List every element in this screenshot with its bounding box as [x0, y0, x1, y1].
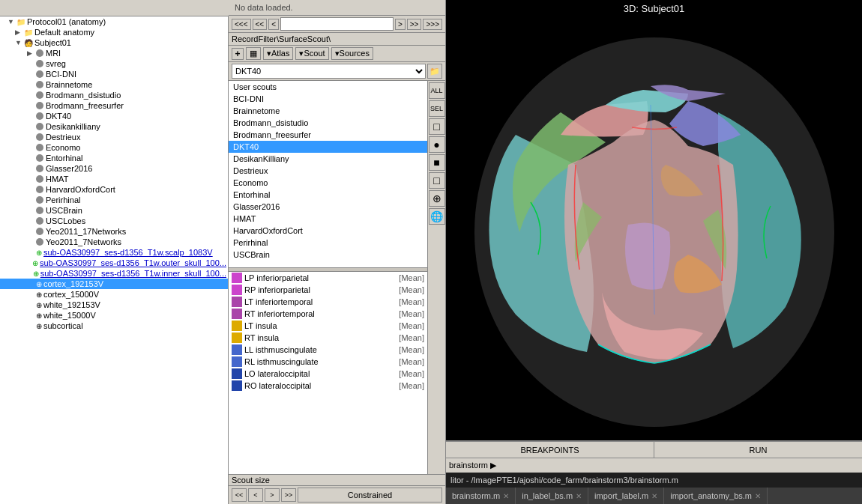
page-btn-last[interactable]: >>: [281, 488, 296, 502]
side-btn-dot[interactable]: ●: [429, 136, 445, 153]
tab-brainstorm[interactable]: brainstorm.m ✕: [446, 488, 516, 504]
atlas-item-brodmann-fs[interactable]: Brodmann_freesurfer: [229, 129, 427, 141]
tab-import-label[interactable]: import_label.m ✕: [588, 488, 664, 504]
tree-item-default-anatomy[interactable]: ▶ 📁 Default anatomy: [0, 27, 228, 37]
region-item-rt-inf[interactable]: RT inferiortemporal [Mean]: [229, 308, 427, 320]
page-btn-next[interactable]: >: [265, 488, 280, 502]
side-btn-globe[interactable]: 🌐: [429, 208, 445, 225]
atlas-item-desikan[interactable]: DesikanKilliany: [229, 153, 427, 165]
tab-import-anatomy[interactable]: import_anatomy_bs.m ✕: [664, 488, 768, 504]
region-item-ll-isth[interactable]: LL isthmuscingulate [Mean]: [229, 344, 427, 356]
side-btn-crosshair[interactable]: ⊕: [429, 190, 445, 207]
region-item-rt-ins[interactable]: RT insula [Mean]: [229, 332, 427, 344]
tree-item-svreg[interactable]: svreg: [0, 58, 228, 69]
tree-item-destrieux[interactable]: Destrieux: [0, 132, 228, 142]
subject-icon: 🧑: [24, 39, 33, 47]
tree-item-dkt40[interactable]: DKT40: [0, 111, 228, 121]
tab-close-import-label[interactable]: ✕: [651, 492, 657, 500]
page-btn-first[interactable]: <<: [232, 488, 247, 502]
filter-scout-btn[interactable]: ▾Scout: [295, 47, 328, 60]
tree-item-sub2[interactable]: ⊕ sub-OAS30997_ses-d1356_T1w.outer_skull…: [0, 258, 228, 268]
tree-item-perirhinal[interactable]: Perirhinal: [0, 195, 228, 205]
tree-item-brodmann-dsi[interactable]: Brodmann_dsistudio: [0, 90, 228, 100]
atlas-item-perirhinal[interactable]: Perirhinal: [229, 237, 427, 249]
atlas-item-user-scouts[interactable]: User scouts: [229, 81, 427, 93]
tree-item-white1[interactable]: ⊕ white_192153V: [0, 300, 228, 310]
region-item-rp-inf[interactable]: RP inferiorparietal [Mean]: [229, 284, 427, 296]
tree-item-white2[interactable]: ⊕ white_15000V: [0, 310, 228, 321]
side-btn-square3[interactable]: □: [429, 172, 445, 189]
tree-item-sub3[interactable]: ⊕ sub-OAS30997_ses-d1356_T1w.inner_skull…: [0, 268, 228, 279]
tree-item-glasser[interactable]: Glasser2016: [0, 163, 228, 174]
filter-add-button[interactable]: +: [232, 48, 244, 60]
nav-first[interactable]: <<<: [232, 19, 251, 30]
item-icon: [36, 60, 43, 67]
run-label[interactable]: RUN: [654, 442, 862, 458]
tree-item-brainnetome[interactable]: Brainnetome: [0, 79, 228, 90]
atlas-item-bci-dni[interactable]: BCI-DNI: [229, 93, 427, 105]
tree-item-cortex1[interactable]: ⊕ cortex_192153V: [0, 279, 228, 289]
atlas-item-brodmann-dsi[interactable]: Brodmann_dsistudio: [229, 117, 427, 129]
tree-item-usclobes[interactable]: USCLobes: [0, 216, 228, 226]
tree-item-yeo17[interactable]: Yeo2011_17Networks: [0, 226, 228, 237]
tree-item-harvard[interactable]: HarvardOxfordCort: [0, 184, 228, 195]
nav-last[interactable]: >>>: [423, 19, 442, 30]
region-item-rl-isth[interactable]: RL isthmuscingulate [Mean]: [229, 356, 427, 368]
tree-item-yeo7[interactable]: Yeo2011_7Networks: [0, 237, 228, 247]
atlas-item-uscbrain[interactable]: USCBrain: [229, 249, 427, 261]
atlas-item-destrieux[interactable]: Destrieux: [229, 165, 427, 177]
breakpoints-label[interactable]: BREAKPOINTS: [446, 442, 654, 458]
side-btn-all[interactable]: ALL: [429, 82, 445, 99]
tree-item-subcortical[interactable]: ⊕ subcortical: [0, 321, 228, 331]
scout-select[interactable]: DKT40: [232, 64, 426, 79]
tree-item-protocol01[interactable]: ▼ 📁 Protocol01 (anatomy): [0, 16, 228, 27]
page-btn-prev[interactable]: <: [248, 488, 263, 502]
tree-item-mri[interactable]: ▶ MRI: [0, 48, 228, 58]
tree-item-cortex2[interactable]: ⊕ cortex_15000V: [0, 289, 228, 300]
nav-next[interactable]: >>: [407, 19, 422, 30]
tree-item-bci-dni[interactable]: BCI-DNI: [0, 69, 228, 79]
tree-item-brodmann-fs[interactable]: Brodmann_freesurfer: [0, 100, 228, 111]
tree-item-subject01[interactable]: ▼ 🧑 Subject01: [0, 37, 228, 48]
nav-bar: <<< << < > >> >>>: [229, 16, 445, 33]
region-item-ro-lat[interactable]: RO lateraloccipital [Mean]: [229, 380, 427, 392]
side-btn-square1[interactable]: □: [429, 118, 445, 135]
atlas-item-dkt40[interactable]: DKT40: [229, 141, 427, 153]
atlas-item-glasser[interactable]: Glasser2016: [229, 201, 427, 213]
tree-item-uscbrain[interactable]: USCBrain: [0, 205, 228, 216]
tree-item-entorhinal[interactable]: Entorhinal: [0, 153, 228, 163]
atlas-scroll-list[interactable]: User scouts BCI-DNI Brainnetome Brodmann…: [229, 81, 427, 268]
region-item-lp-inf[interactable]: LP inferiorparietal [Mean]: [229, 272, 427, 284]
nav-prev-single[interactable]: <: [268, 19, 279, 30]
side-btn-sel[interactable]: SEL: [429, 100, 445, 117]
tab-close-import-anatomy[interactable]: ✕: [755, 492, 761, 500]
filter-atlas-btn[interactable]: ▾Atlas: [263, 47, 293, 60]
atlas-item-brainnetome[interactable]: Brainnetome: [229, 105, 427, 117]
region-item-lt-inf[interactable]: LT inferiortemporal [Mean]: [229, 296, 427, 308]
atlas-item-economo[interactable]: Economo: [229, 177, 427, 189]
atlas-item-hmat[interactable]: HMAT: [229, 213, 427, 225]
tab-close-brainstorm[interactable]: ✕: [503, 492, 509, 500]
side-btn-square2[interactable]: ■: [429, 154, 445, 171]
nav-page-input[interactable]: [280, 17, 394, 31]
scout-folder-btn[interactable]: 📁: [427, 64, 442, 79]
tree-item-desikan[interactable]: Desikankilliany: [0, 121, 228, 132]
atlas-item-harvard[interactable]: HarvardOxfordCort: [229, 225, 427, 237]
region-item-lo-lat[interactable]: LO lateraloccipital [Mean]: [229, 368, 427, 380]
brainstorm-label[interactable]: brainstorm ▶: [449, 461, 496, 470]
filter-grid-btn[interactable]: ▦: [246, 47, 261, 60]
nav-next-single[interactable]: >: [395, 19, 406, 30]
region-name: RL isthmuscingulate: [244, 357, 397, 366]
tree-item-sub1[interactable]: ⊕ sub-OAS30997_ses-d1356_T1w.scalp_1083V: [0, 247, 228, 258]
constrained-button[interactable]: Constrained: [298, 488, 442, 503]
nav-prev[interactable]: <<: [253, 19, 268, 30]
breakpoints-run-row: BREAKPOINTS RUN: [446, 441, 862, 458]
atlas-item-entorhinal[interactable]: Entorhinal: [229, 189, 427, 201]
tree-item-economo[interactable]: Economo: [0, 142, 228, 153]
tree-item-label: Brodmann_dsistudio: [46, 91, 121, 100]
tree-item-hmat[interactable]: HMAT: [0, 174, 228, 184]
filter-sources-btn[interactable]: ▾Sources: [331, 47, 373, 60]
tab-in-label[interactable]: in_label_bs.m ✕: [516, 488, 588, 504]
region-item-lt-ins[interactable]: LT insula [Mean]: [229, 320, 427, 332]
tab-close-in-label[interactable]: ✕: [576, 492, 582, 500]
